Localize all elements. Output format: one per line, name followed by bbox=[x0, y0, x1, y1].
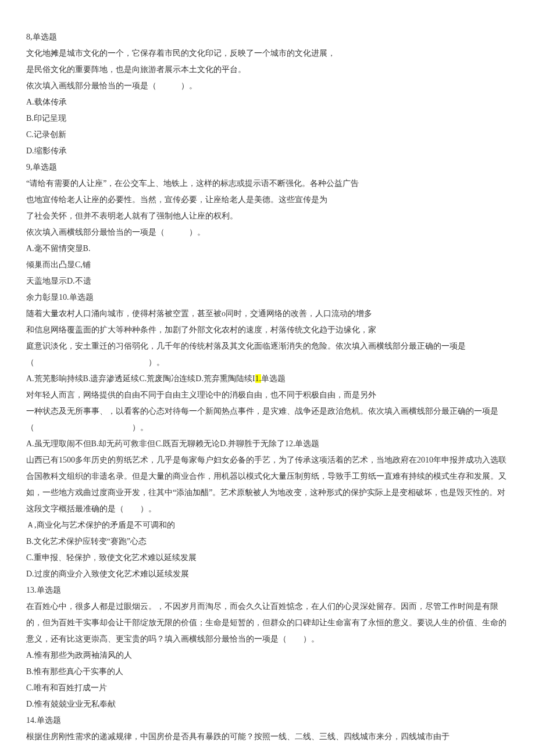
q11-options: A.虽无理取闹不但B.却无药可救非但C.既百无聊赖无论D.并聊胜于无除了12.单… bbox=[26, 436, 509, 452]
q12-option-d: D.过度的商业介入致使文化艺术难以延续发展 bbox=[26, 566, 509, 582]
q9-paragraph-1: “请给有需要的人让座”，在公交车上、地铁上，这样的标志或提示语不断强化。各种公益… bbox=[26, 175, 509, 192]
q8-option-b: B.印记呈现 bbox=[26, 110, 509, 127]
q11-header-tail: 单选题 bbox=[261, 374, 286, 383]
q9-paragraph-3: 了社会关怀，但并不表明老人就有了强制他人让座的权利。 bbox=[26, 208, 509, 224]
q9-option-b: 倾巢而出凸显C,铺 bbox=[26, 257, 509, 273]
q12-option-a: Ａ,商业化与艺术保护的矛盾是不可调和的 bbox=[26, 517, 509, 533]
q8-option-a: A.载体传承 bbox=[26, 94, 509, 110]
q9-paragraph-2: 也地宣传给老人让座的必要性。当然，宣传必要，让座给老人是美德。这些宣传是为 bbox=[26, 192, 509, 208]
q10-paragraph-2: 和信息网络覆盖面的扩大等种种条件，加剧了外部文化农村的速度，村落传统文化趋于边缘… bbox=[26, 322, 509, 338]
q14-header: 14.单选题 bbox=[26, 712, 509, 729]
q10-header: 余力彰显10.单选题 bbox=[26, 289, 509, 306]
q13-paragraph-1: 在百姓心中，很多人都是过眼烟云。，不因岁月而淘尽，而会久久让百姓惦念，在人们的心… bbox=[26, 599, 509, 647]
q11-paragraph-2: 一种状态及无所事事、，以看客的心态对待每一个新闻热点事件，是灾难、战争还是政治危… bbox=[26, 403, 509, 436]
q13-header: 13.单选题 bbox=[26, 582, 509, 599]
q8-paragraph-1: 文化地摊是城市文化的一个，它保存着市民的文化印记，反映了一个城市的文化进展， bbox=[26, 45, 509, 62]
q10-options-text-a: A.荒芜影响持续B.遗弃渗透延续C.荒废陶冶连续D.荒弃熏陶陆续I bbox=[26, 374, 255, 383]
q9-prompt: 依次填入画横线部分最恰当的一项是（ ）。 bbox=[26, 224, 509, 241]
q10-paragraph-1: 随着大量农村人口涌向城市，使得村落被空置，甚至被o同时，交通网络的改善，人口流动… bbox=[26, 306, 509, 322]
q14-paragraph-1: 根据住房刚性需求的递减规律，中国房价是否具有暴跌的可能？按照一线、二线、三线、四… bbox=[26, 729, 509, 745]
q8-option-d: D.缩影传承 bbox=[26, 143, 509, 159]
q8-option-c: C.记录创新 bbox=[26, 127, 509, 143]
q13-option-c: C.唯有和百姓打成一片 bbox=[26, 680, 509, 696]
q8-paragraph-2: 是民俗文化的重要阵地，也是向旅游者展示本土文化的平台。 bbox=[26, 62, 509, 78]
q11-header-highlight: 1. bbox=[255, 374, 262, 383]
q13-option-b: B.惟有那些真心干实事的人 bbox=[26, 664, 509, 680]
q13-option-a: A.惟有那些为政两袖清风的人 bbox=[26, 647, 509, 664]
q8-prompt: 依次填入画线部分最恰当的一项是（ ）。 bbox=[26, 78, 509, 94]
q12-option-c: C.重申报、轻保护，致使文化艺术难以延续发展 bbox=[26, 550, 509, 566]
q12-paragraph-1: 山西已有1500多年历史的剪纸艺术，几乎是每家每户妇女必备的手艺，为了传承这项活… bbox=[26, 452, 509, 517]
q11-paragraph-1: 对年轻人而言，网络提供的自由不同于自由主义理论中的消极自由，也不同于积极自由，而… bbox=[26, 387, 509, 403]
q12-option-b: B.文化艺术保护应转变“赛跑”心态 bbox=[26, 533, 509, 550]
q10-paragraph-3: 庭意识淡化，安土重迁的习俗弱化，几千年的传统村落及其文化面临逐渐消失的危险。依次… bbox=[26, 338, 509, 371]
q9-header: 9,单选题 bbox=[26, 159, 509, 175]
q13-option-d: D.惟有兢兢业业无私奉献 bbox=[26, 696, 509, 712]
q9-option-a: A.毫不留情突显B. bbox=[26, 241, 509, 257]
q10-options: A.荒芜影响持续B.遗弃渗透延续C.荒废陶冶连续D.荒弃熏陶陆续I1.单选题 bbox=[26, 371, 509, 387]
q8-header: 8,单选题 bbox=[26, 29, 509, 45]
q9-option-c: 天盖地显示D.不遗 bbox=[26, 273, 509, 289]
